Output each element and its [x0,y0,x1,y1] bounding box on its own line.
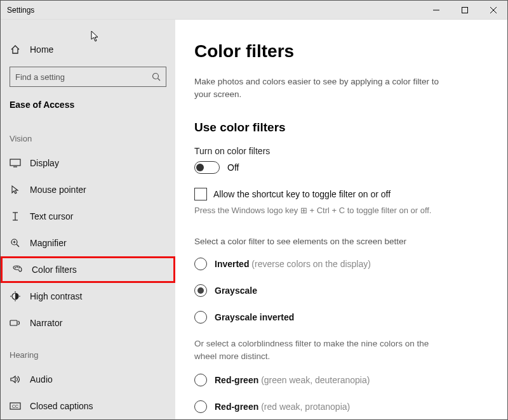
radio-grayscale-inverted[interactable]: Grayscale inverted [194,311,488,324]
or-label: Or select a colorblindness filter to mak… [194,338,442,362]
radio-deuteranopia[interactable]: Red-green (green weak, deuteranopia) [194,374,488,386]
sidebar-item-label: Audio [30,374,53,384]
color-filters-toggle[interactable] [194,161,220,174]
sidebar: Home Find a setting Ease of Access Visio… [1,20,175,419]
content-pane: Color filters Make photos and colors eas… [175,20,507,419]
sidebar-item-high-contrast[interactable]: High contrast [1,283,175,310]
sidebar-item-display[interactable]: Display [1,150,175,176]
maximize-button[interactable] [450,1,479,20]
svg-text:CC: CC [12,404,18,409]
home-icon [10,44,21,55]
use-heading: Use color filters [194,121,488,135]
search-icon [152,72,161,81]
pointer-icon [10,184,21,195]
home-label: Home [30,44,53,55]
home-nav[interactable]: Home [1,39,175,60]
sidebar-item-label: Mouse pointer [30,185,86,195]
audio-icon [10,374,21,385]
close-button[interactable] [479,1,507,20]
svg-point-4 [153,74,159,79]
sidebar-item-label: Display [30,158,59,168]
window-title: Settings [1,6,422,15]
sidebar-item-label: Color filters [32,265,77,275]
search-placeholder: Find a setting [15,72,65,82]
titlebar: Settings [1,1,507,20]
svg-line-12 [17,244,19,247]
high-contrast-icon [10,291,21,302]
toggle-label: Turn on color filters [194,146,488,156]
select-filter-label: Select a color filter to see elements on… [194,237,488,246]
svg-rect-6 [10,159,20,166]
color-filters-icon [11,264,23,275]
radio-inverted[interactable]: Inverted (reverse colors on the display) [194,258,488,270]
sidebar-item-mouse-pointer[interactable]: Mouse pointer [1,176,175,203]
svg-rect-23 [10,320,17,325]
windows-logo-icon: ⊞ [300,206,307,215]
shortcut-hint: Press the Windows logo key ⊞ + Ctrl + C … [194,206,488,215]
svg-point-17 [18,267,20,268]
sidebar-item-color-filters[interactable]: Color filters [1,256,175,283]
radio-protanopia[interactable]: Red-green (red weak, protanopia) [194,400,488,413]
minimize-button[interactable] [422,1,450,20]
sidebar-item-label: Text cursor [30,211,73,221]
hearing-section-title: Hearing [1,336,175,366]
svg-rect-1 [462,7,467,13]
checkbox-label: Allow the shortcut key to toggle filter … [213,189,391,199]
sidebar-item-closed-captions[interactable]: CC Closed captions [1,393,175,419]
sidebar-item-label: High contrast [30,291,82,301]
group-title: Ease of Access [1,98,175,120]
magnifier-icon [10,237,21,249]
sidebar-item-text-cursor[interactable]: Text cursor [1,203,175,230]
cc-icon: CC [10,400,21,412]
sidebar-item-magnifier[interactable]: Magnifier [1,230,175,256]
mouse-cursor-icon [91,30,100,42]
sidebar-item-label: Narrator [30,318,62,328]
svg-line-5 [158,79,161,81]
shortcut-checkbox[interactable] [194,188,207,200]
sidebar-item-label: Closed captions [30,401,93,411]
toggle-state: Off [227,162,239,173]
vision-section-title: Vision [1,120,175,150]
page-description: Make photos and colors easier to see by … [194,75,442,100]
sidebar-item-audio[interactable]: Audio [1,366,175,393]
svg-point-15 [15,267,16,268]
sidebar-item-narrator[interactable]: Narrator [1,310,175,336]
narrator-icon [10,317,21,329]
page-title: Color filters [194,41,488,62]
display-icon [10,157,21,169]
text-cursor-icon [10,211,21,222]
radio-grayscale[interactable]: Grayscale [194,284,488,297]
search-input[interactable]: Find a setting [10,67,166,87]
svg-point-16 [17,266,18,268]
sidebar-item-label: Magnifier [30,238,67,248]
